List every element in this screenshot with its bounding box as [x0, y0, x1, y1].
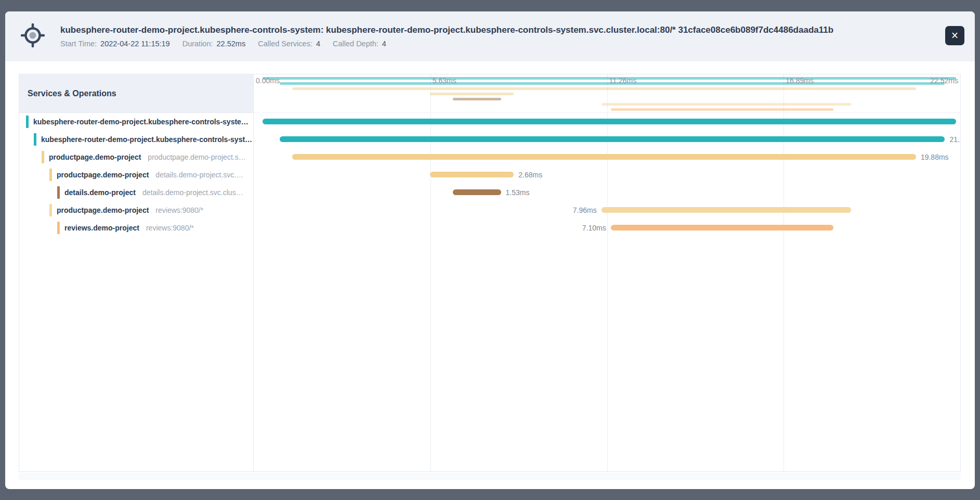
axis-tick-label: 22.52ms [930, 76, 958, 85]
trace-span-bar[interactable] [280, 136, 945, 142]
trace-meta-item: Start Time:2022-04-22 11:15:19 [60, 40, 170, 48]
trace-span-row[interactable]: 7.10ms [254, 219, 960, 237]
trace-header-text: kubesphere-router-demo-project.kubespher… [60, 25, 975, 48]
axis-tick-label: 11.26ms [609, 76, 637, 85]
span-depth-marker [26, 116, 29, 128]
minimap-span-bar [430, 93, 514, 95]
trace-span-row[interactable]: 2.68ms [254, 166, 960, 184]
span-service-name: kubesphere-router-demo-project.kubespher… [33, 118, 249, 126]
trace-span-row[interactable]: 1.53ms [254, 184, 960, 201]
trace-span-label-row[interactable]: productpage.demo-projectdetails.demo-pro… [19, 166, 253, 184]
span-service-name: kubesphere-router-demo-project.kubespher… [41, 135, 252, 144]
trace-panel: Services & Operations kubesphere-router-… [19, 74, 961, 472]
span-service-name: productpage.demo-project [57, 171, 149, 179]
span-operation-name: details.demo-project.svc.clus… [142, 188, 243, 197]
span-duration-label: 2.68ms [518, 166, 542, 184]
services-operations-title: Services & Operations [28, 89, 116, 98]
trace-meta-item: Called Services:4 [258, 40, 320, 48]
axis-tick-label: 5.63ms [433, 76, 456, 85]
span-duration-label: 7.96ms [573, 201, 597, 219]
span-depth-marker [34, 133, 36, 146]
trace-span-label-row[interactable]: productpage.demo-projectproductpage.demo… [19, 148, 253, 166]
span-service-name: productpage.demo-project [49, 153, 141, 161]
span-depth-marker [57, 186, 60, 199]
trace-meta-item: Duration:22.52ms [182, 40, 245, 48]
span-service-name: productpage.demo-project [57, 206, 149, 214]
services-operations-header: Services & Operations [19, 74, 253, 113]
trace-icon-wrap [5, 23, 60, 49]
span-chart-rows: 21.219.88ms2.68ms1.53ms7.96ms7.10ms [254, 113, 960, 237]
span-depth-marker [49, 169, 52, 181]
timeline-column: 0.00ms5.63ms11.26ms16.89ms22.52ms 21.219… [254, 74, 960, 471]
trace-span-bar[interactable] [292, 154, 916, 160]
meta-value: 2022-04-22 11:15:19 [100, 40, 170, 48]
trace-span-bar[interactable] [430, 172, 514, 177]
trace-span-row[interactable]: 21.2 [254, 131, 960, 148]
span-duration-label: 21.2 [949, 131, 960, 148]
axis-tick-label: 16.89ms [786, 76, 814, 85]
horizontal-scrollbar-track[interactable] [19, 473, 961, 480]
trace-meta-item: Called Depth:4 [333, 40, 386, 48]
trace-meta-row: Start Time:2022-04-22 11:15:19Duration:2… [60, 40, 933, 48]
span-depth-marker [57, 222, 60, 234]
span-service-name: reviews.demo-project [64, 224, 139, 232]
span-operation-name: reviews:9080/* [155, 206, 203, 214]
close-button[interactable]: × [945, 26, 964, 45]
span-operation-name: details.demo-project.svc.… [155, 171, 243, 179]
span-service-name: details.demo-project [64, 188, 136, 197]
span-operation-name: reviews:9080/* [146, 224, 194, 232]
meta-label: Duration: [182, 40, 213, 48]
span-label-rows: kubesphere-router-demo-project.kubespher… [19, 113, 253, 471]
minimap-span-bar [453, 98, 501, 100]
trace-span-label-row[interactable]: reviews.demo-projectreviews:9080/* [19, 219, 253, 237]
trace-span-row[interactable] [254, 113, 960, 131]
services-operations-column: Services & Operations kubesphere-router-… [19, 74, 254, 471]
minimap-span-bar [611, 108, 833, 111]
trace-detail-modal: kubesphere-router-demo-project.kubespher… [5, 11, 975, 489]
span-depth-marker [42, 151, 44, 163]
minimap-span-bar [292, 87, 916, 90]
span-operation-name: productpage.demo-project.s… [148, 153, 245, 161]
meta-label: Start Time: [60, 40, 97, 48]
span-duration-label: 19.88ms [921, 148, 949, 166]
close-icon: × [951, 30, 958, 42]
trace-span-label-row[interactable]: kubesphere-router-demo-project.kubespher… [19, 113, 253, 131]
meta-value: 22.52ms [217, 40, 246, 48]
meta-value: 4 [382, 40, 386, 48]
minimap-span-bar [602, 103, 851, 106]
trace-title: kubesphere-router-demo-project.kubespher… [60, 25, 933, 35]
trace-span-bar[interactable] [453, 189, 501, 195]
meta-label: Called Depth: [333, 40, 378, 48]
timeline-header: 0.00ms5.63ms11.26ms16.89ms22.52ms [254, 74, 960, 113]
trace-span-label-row[interactable]: kubesphere-router-demo-project.kubespher… [19, 131, 253, 148]
trace-span-label-row[interactable]: details.demo-projectdetails.demo-project… [19, 184, 253, 201]
trace-body: Services & Operations kubesphere-router-… [5, 61, 975, 480]
meta-value: 4 [316, 40, 320, 48]
span-duration-label: 7.10ms [582, 219, 606, 237]
trace-header: kubesphere-router-demo-project.kubespher… [5, 11, 975, 61]
span-duration-label: 1.53ms [506, 184, 530, 201]
span-depth-marker [49, 204, 52, 216]
trace-span-row[interactable]: 19.88ms [254, 148, 960, 166]
trace-span-label-row[interactable]: productpage.demo-projectreviews:9080/* [19, 201, 253, 219]
trace-span-bar[interactable] [602, 207, 851, 213]
crosshair-target-icon [21, 23, 45, 49]
trace-span-bar[interactable] [263, 119, 956, 124]
meta-label: Called Services: [258, 40, 312, 48]
trace-span-bar[interactable] [611, 225, 833, 230]
axis-tick-label: 0.00ms [256, 76, 280, 85]
trace-span-row[interactable]: 7.96ms [254, 201, 960, 219]
